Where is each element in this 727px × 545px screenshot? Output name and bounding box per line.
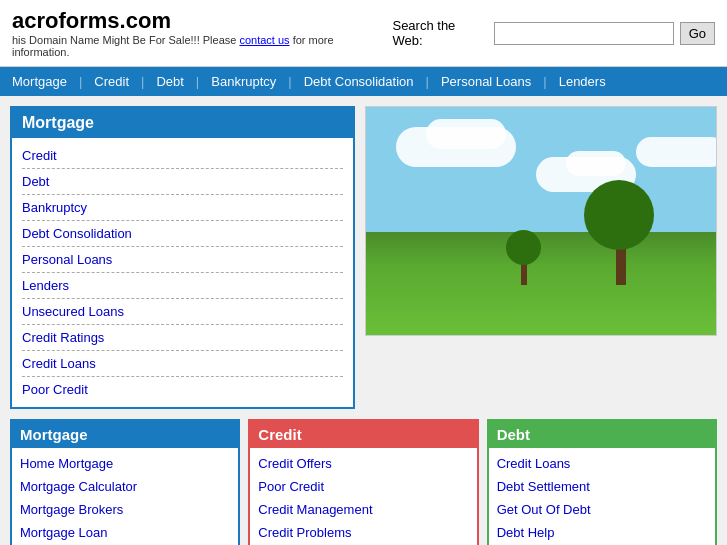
main-content: Mortgage CreditDebtBankruptcyDebt Consol…: [0, 96, 727, 419]
bottom-link-credit-problems[interactable]: Credit Problems: [258, 521, 468, 544]
bottom-box-links-credit: Credit OffersPoor CreditCredit Managemen…: [250, 448, 476, 545]
mortgage-link-lenders[interactable]: Lenders: [22, 273, 343, 299]
bottom-box-credit: CreditCredit OffersPoor CreditCredit Man…: [248, 419, 478, 545]
search-button[interactable]: Go: [680, 22, 715, 45]
bottom-box-debt: DebtCredit LoansDebt SettlementGet Out O…: [487, 419, 717, 545]
subtitle-text: his Domain Name Might Be For Sale!!! Ple…: [12, 34, 236, 46]
nav-item-debt[interactable]: Debt: [144, 67, 195, 96]
small-tree-top: [506, 230, 541, 265]
bottom-box-header-credit: Credit: [250, 421, 476, 448]
bottom-link-credit-management[interactable]: Credit Management: [258, 498, 468, 521]
contact-link[interactable]: contact us: [239, 34, 289, 46]
nav-item-credit[interactable]: Credit: [82, 67, 141, 96]
nature-image: [365, 106, 717, 336]
mortgage-link-credit-loans[interactable]: Credit Loans: [22, 351, 343, 377]
nav-item-mortgage[interactable]: Mortgage: [0, 67, 79, 96]
bottom-box-header-mortgage: Mortgage: [12, 421, 238, 448]
bottom-link-mortgage-brokers[interactable]: Mortgage Brokers: [20, 498, 230, 521]
bottom-box-mortgage: MortgageHome MortgageMortgage Calculator…: [10, 419, 240, 545]
header-subtitle: his Domain Name Might Be For Sale!!! Ple…: [12, 34, 392, 58]
bottom-link-debt-help[interactable]: Debt Help: [497, 521, 707, 544]
mortgage-link-bankruptcy[interactable]: Bankruptcy: [22, 195, 343, 221]
main-nav: Mortgage|Credit|Debt|Bankruptcy|Debt Con…: [0, 67, 727, 96]
left-panel: Mortgage CreditDebtBankruptcyDebt Consol…: [10, 106, 355, 409]
mortgage-box-title: Mortgage: [12, 108, 353, 138]
nav-item-personal-loans[interactable]: Personal Loans: [429, 67, 543, 96]
cloud-5: [636, 137, 717, 167]
bottom-box-links-mortgage: Home MortgageMortgage CalculatorMortgage…: [12, 448, 238, 545]
bottom-box-links-debt: Credit LoansDebt SettlementGet Out Of De…: [489, 448, 715, 545]
mortgage-link-poor-credit[interactable]: Poor Credit: [22, 377, 343, 402]
bottom-link-credit-loans[interactable]: Credit Loans: [497, 452, 707, 475]
nav-item-debt-consolidation[interactable]: Debt Consolidation: [292, 67, 426, 96]
mortgage-link-credit-ratings[interactable]: Credit Ratings: [22, 325, 343, 351]
bottom-panels: MortgageHome MortgageMortgage Calculator…: [0, 419, 727, 545]
bottom-link-poor-credit[interactable]: Poor Credit: [258, 475, 468, 498]
mortgage-link-unsecured-loans[interactable]: Unsecured Loans: [22, 299, 343, 325]
bottom-link-mortgage-calculator[interactable]: Mortgage Calculator: [20, 475, 230, 498]
nav-item-bankruptcy[interactable]: Bankruptcy: [199, 67, 288, 96]
bottom-link-home-mortgage[interactable]: Home Mortgage: [20, 452, 230, 475]
mortgage-link-credit[interactable]: Credit: [22, 143, 343, 169]
bottom-box-header-debt: Debt: [489, 421, 715, 448]
tree-top: [584, 180, 654, 250]
bottom-link-debt-settlement[interactable]: Debt Settlement: [497, 475, 707, 498]
mortgage-box: Mortgage CreditDebtBankruptcyDebt Consol…: [10, 106, 355, 409]
mortgage-box-links: CreditDebtBankruptcyDebt ConsolidationPe…: [12, 138, 353, 407]
bottom-link-credit-offers[interactable]: Credit Offers: [258, 452, 468, 475]
cloud-2: [426, 119, 506, 149]
header-search: Search the Web: Go: [392, 18, 715, 48]
header-left: acroforms.com his Domain Name Might Be F…: [12, 8, 392, 58]
cloud-4: [566, 151, 626, 176]
mortgage-link-debt[interactable]: Debt: [22, 169, 343, 195]
header: acroforms.com his Domain Name Might Be F…: [0, 0, 727, 67]
mortgage-link-debt-consolidation[interactable]: Debt Consolidation: [22, 221, 343, 247]
site-title: acroforms.com: [12, 8, 392, 34]
bottom-link-get-out-of-debt[interactable]: Get Out Of Debt: [497, 498, 707, 521]
search-label: Search the Web:: [392, 18, 487, 48]
search-input[interactable]: [494, 22, 674, 45]
mortgage-link-personal-loans[interactable]: Personal Loans: [22, 247, 343, 273]
bottom-link-mortgage-loan[interactable]: Mortgage Loan: [20, 521, 230, 544]
right-panel: [365, 106, 717, 409]
nav-item-lenders[interactable]: Lenders: [547, 67, 618, 96]
